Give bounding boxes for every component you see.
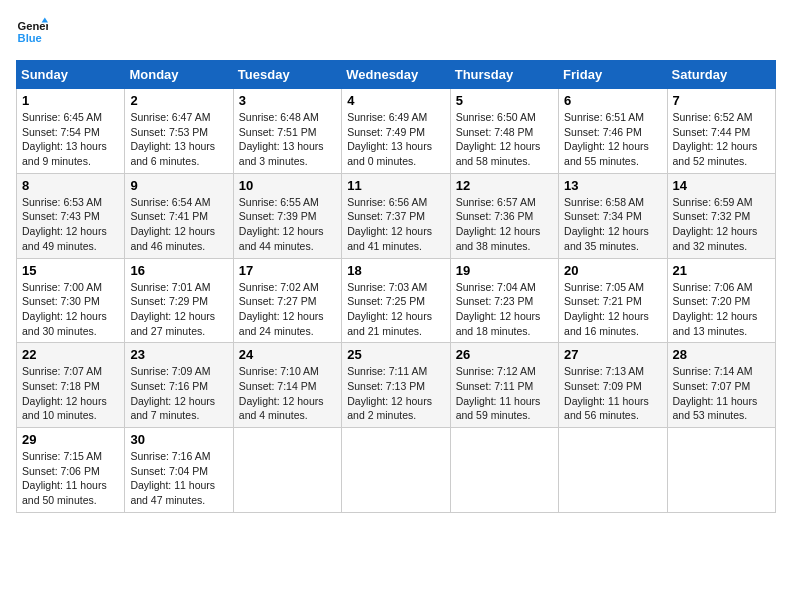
day-detail: Sunrise: 7:07 AMSunset: 7:18 PMDaylight:… bbox=[22, 364, 119, 423]
day-detail: Sunrise: 7:09 AMSunset: 7:16 PMDaylight:… bbox=[130, 364, 227, 423]
day-cell: 22 Sunrise: 7:07 AMSunset: 7:18 PMDaylig… bbox=[17, 343, 125, 428]
day-detail: Sunrise: 6:51 AMSunset: 7:46 PMDaylight:… bbox=[564, 110, 661, 169]
day-number: 9 bbox=[130, 178, 227, 193]
day-cell: 11 Sunrise: 6:56 AMSunset: 7:37 PMDaylig… bbox=[342, 173, 450, 258]
day-number: 7 bbox=[673, 93, 770, 108]
day-cell: 1 Sunrise: 6:45 AMSunset: 7:54 PMDayligh… bbox=[17, 89, 125, 174]
day-header-sunday: Sunday bbox=[17, 61, 125, 89]
day-number: 25 bbox=[347, 347, 444, 362]
day-cell: 24 Sunrise: 7:10 AMSunset: 7:14 PMDaylig… bbox=[233, 343, 341, 428]
day-cell: 13 Sunrise: 6:58 AMSunset: 7:34 PMDaylig… bbox=[559, 173, 667, 258]
day-number: 16 bbox=[130, 263, 227, 278]
day-cell: 6 Sunrise: 6:51 AMSunset: 7:46 PMDayligh… bbox=[559, 89, 667, 174]
day-number: 4 bbox=[347, 93, 444, 108]
day-detail: Sunrise: 6:52 AMSunset: 7:44 PMDaylight:… bbox=[673, 110, 770, 169]
day-header-thursday: Thursday bbox=[450, 61, 558, 89]
day-detail: Sunrise: 7:03 AMSunset: 7:25 PMDaylight:… bbox=[347, 280, 444, 339]
day-cell: 27 Sunrise: 7:13 AMSunset: 7:09 PMDaylig… bbox=[559, 343, 667, 428]
day-detail: Sunrise: 7:00 AMSunset: 7:30 PMDaylight:… bbox=[22, 280, 119, 339]
day-detail: Sunrise: 6:53 AMSunset: 7:43 PMDaylight:… bbox=[22, 195, 119, 254]
day-cell: 15 Sunrise: 7:00 AMSunset: 7:30 PMDaylig… bbox=[17, 258, 125, 343]
day-detail: Sunrise: 7:13 AMSunset: 7:09 PMDaylight:… bbox=[564, 364, 661, 423]
logo: General Blue bbox=[16, 16, 48, 48]
day-cell: 10 Sunrise: 6:55 AMSunset: 7:39 PMDaylig… bbox=[233, 173, 341, 258]
day-detail: Sunrise: 7:02 AMSunset: 7:27 PMDaylight:… bbox=[239, 280, 336, 339]
day-detail: Sunrise: 6:49 AMSunset: 7:49 PMDaylight:… bbox=[347, 110, 444, 169]
day-detail: Sunrise: 6:45 AMSunset: 7:54 PMDaylight:… bbox=[22, 110, 119, 169]
day-number: 8 bbox=[22, 178, 119, 193]
day-detail: Sunrise: 7:01 AMSunset: 7:29 PMDaylight:… bbox=[130, 280, 227, 339]
day-number: 30 bbox=[130, 432, 227, 447]
day-cell: 30 Sunrise: 7:16 AMSunset: 7:04 PMDaylig… bbox=[125, 428, 233, 513]
day-cell: 16 Sunrise: 7:01 AMSunset: 7:29 PMDaylig… bbox=[125, 258, 233, 343]
day-number: 18 bbox=[347, 263, 444, 278]
day-number: 22 bbox=[22, 347, 119, 362]
day-number: 27 bbox=[564, 347, 661, 362]
day-cell: 29 Sunrise: 7:15 AMSunset: 7:06 PMDaylig… bbox=[17, 428, 125, 513]
day-number: 29 bbox=[22, 432, 119, 447]
day-detail: Sunrise: 7:16 AMSunset: 7:04 PMDaylight:… bbox=[130, 449, 227, 508]
day-detail: Sunrise: 6:48 AMSunset: 7:51 PMDaylight:… bbox=[239, 110, 336, 169]
day-detail: Sunrise: 6:59 AMSunset: 7:32 PMDaylight:… bbox=[673, 195, 770, 254]
day-number: 3 bbox=[239, 93, 336, 108]
day-cell: 2 Sunrise: 6:47 AMSunset: 7:53 PMDayligh… bbox=[125, 89, 233, 174]
day-cell bbox=[559, 428, 667, 513]
day-header-wednesday: Wednesday bbox=[342, 61, 450, 89]
week-row-1: 1 Sunrise: 6:45 AMSunset: 7:54 PMDayligh… bbox=[17, 89, 776, 174]
day-number: 13 bbox=[564, 178, 661, 193]
day-cell: 26 Sunrise: 7:12 AMSunset: 7:11 PMDaylig… bbox=[450, 343, 558, 428]
day-cell bbox=[667, 428, 775, 513]
day-detail: Sunrise: 6:54 AMSunset: 7:41 PMDaylight:… bbox=[130, 195, 227, 254]
day-detail: Sunrise: 6:50 AMSunset: 7:48 PMDaylight:… bbox=[456, 110, 553, 169]
day-cell: 3 Sunrise: 6:48 AMSunset: 7:51 PMDayligh… bbox=[233, 89, 341, 174]
day-number: 21 bbox=[673, 263, 770, 278]
day-detail: Sunrise: 6:55 AMSunset: 7:39 PMDaylight:… bbox=[239, 195, 336, 254]
day-detail: Sunrise: 6:47 AMSunset: 7:53 PMDaylight:… bbox=[130, 110, 227, 169]
day-header-friday: Friday bbox=[559, 61, 667, 89]
day-detail: Sunrise: 7:04 AMSunset: 7:23 PMDaylight:… bbox=[456, 280, 553, 339]
day-cell: 9 Sunrise: 6:54 AMSunset: 7:41 PMDayligh… bbox=[125, 173, 233, 258]
day-detail: Sunrise: 7:10 AMSunset: 7:14 PMDaylight:… bbox=[239, 364, 336, 423]
day-cell: 7 Sunrise: 6:52 AMSunset: 7:44 PMDayligh… bbox=[667, 89, 775, 174]
svg-text:Blue: Blue bbox=[18, 32, 42, 44]
day-cell: 4 Sunrise: 6:49 AMSunset: 7:49 PMDayligh… bbox=[342, 89, 450, 174]
day-cell: 14 Sunrise: 6:59 AMSunset: 7:32 PMDaylig… bbox=[667, 173, 775, 258]
day-number: 20 bbox=[564, 263, 661, 278]
day-detail: Sunrise: 6:58 AMSunset: 7:34 PMDaylight:… bbox=[564, 195, 661, 254]
logo-icon: General Blue bbox=[16, 16, 48, 48]
day-number: 12 bbox=[456, 178, 553, 193]
day-cell: 12 Sunrise: 6:57 AMSunset: 7:36 PMDaylig… bbox=[450, 173, 558, 258]
day-cell: 18 Sunrise: 7:03 AMSunset: 7:25 PMDaylig… bbox=[342, 258, 450, 343]
day-detail: Sunrise: 7:05 AMSunset: 7:21 PMDaylight:… bbox=[564, 280, 661, 339]
day-detail: Sunrise: 7:15 AMSunset: 7:06 PMDaylight:… bbox=[22, 449, 119, 508]
day-number: 5 bbox=[456, 93, 553, 108]
day-number: 2 bbox=[130, 93, 227, 108]
day-cell bbox=[450, 428, 558, 513]
week-row-4: 22 Sunrise: 7:07 AMSunset: 7:18 PMDaylig… bbox=[17, 343, 776, 428]
day-number: 19 bbox=[456, 263, 553, 278]
day-cell: 19 Sunrise: 7:04 AMSunset: 7:23 PMDaylig… bbox=[450, 258, 558, 343]
days-header-row: SundayMondayTuesdayWednesdayThursdayFrid… bbox=[17, 61, 776, 89]
day-number: 14 bbox=[673, 178, 770, 193]
day-detail: Sunrise: 7:14 AMSunset: 7:07 PMDaylight:… bbox=[673, 364, 770, 423]
day-cell: 25 Sunrise: 7:11 AMSunset: 7:13 PMDaylig… bbox=[342, 343, 450, 428]
day-number: 23 bbox=[130, 347, 227, 362]
calendar-body: 1 Sunrise: 6:45 AMSunset: 7:54 PMDayligh… bbox=[17, 89, 776, 513]
day-number: 1 bbox=[22, 93, 119, 108]
day-detail: Sunrise: 7:11 AMSunset: 7:13 PMDaylight:… bbox=[347, 364, 444, 423]
day-cell: 21 Sunrise: 7:06 AMSunset: 7:20 PMDaylig… bbox=[667, 258, 775, 343]
day-detail: Sunrise: 6:57 AMSunset: 7:36 PMDaylight:… bbox=[456, 195, 553, 254]
day-cell: 20 Sunrise: 7:05 AMSunset: 7:21 PMDaylig… bbox=[559, 258, 667, 343]
day-number: 17 bbox=[239, 263, 336, 278]
day-detail: Sunrise: 7:12 AMSunset: 7:11 PMDaylight:… bbox=[456, 364, 553, 423]
week-row-2: 8 Sunrise: 6:53 AMSunset: 7:43 PMDayligh… bbox=[17, 173, 776, 258]
day-cell bbox=[233, 428, 341, 513]
day-number: 11 bbox=[347, 178, 444, 193]
header: General Blue bbox=[16, 16, 776, 48]
day-number: 10 bbox=[239, 178, 336, 193]
day-header-saturday: Saturday bbox=[667, 61, 775, 89]
day-cell: 28 Sunrise: 7:14 AMSunset: 7:07 PMDaylig… bbox=[667, 343, 775, 428]
day-number: 26 bbox=[456, 347, 553, 362]
day-detail: Sunrise: 7:06 AMSunset: 7:20 PMDaylight:… bbox=[673, 280, 770, 339]
day-header-monday: Monday bbox=[125, 61, 233, 89]
